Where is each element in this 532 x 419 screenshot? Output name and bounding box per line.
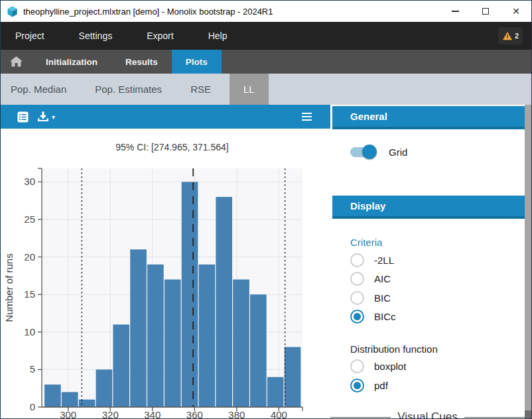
- grid-toggle-label: Grid: [389, 147, 407, 158]
- home-button[interactable]: [1, 50, 32, 74]
- sidebar-scrollbar[interactable]: [525, 105, 532, 419]
- distribution-option-label: boxplot: [374, 361, 406, 372]
- close-button[interactable]: ✕: [501, 1, 531, 22]
- radio-icon: [350, 359, 364, 373]
- svg-text:20: 20: [24, 251, 35, 263]
- warnings-button[interactable]: ! 2: [498, 27, 523, 44]
- svg-text:25: 25: [24, 213, 35, 225]
- legend-list-icon: [17, 111, 29, 123]
- general-section-title: General: [350, 111, 387, 122]
- criteria-option-label: BIC: [374, 292, 391, 304]
- tab-plots[interactable]: Plots: [172, 50, 222, 74]
- ll-histogram-chart[interactable]: 300320340360380400051015202530Number of …: [1, 129, 330, 419]
- plot-toolbar: ▾: [1, 105, 330, 129]
- radio-icon: [350, 272, 364, 286]
- divider: [330, 417, 391, 418]
- close-icon: ✕: [512, 6, 520, 17]
- content-area: ▾ 300320340360380400051015202530Number o…: [1, 105, 532, 419]
- menu-settings[interactable]: Settings: [79, 24, 113, 48]
- svg-text:5: 5: [30, 363, 35, 375]
- radio-selected-icon: [350, 379, 364, 392]
- distribution-radio-pdf[interactable]: pdf: [350, 379, 388, 392]
- grid-toggle-row: Grid: [350, 147, 407, 158]
- svg-text:300: 300: [60, 409, 76, 419]
- svg-text:30: 30: [24, 176, 35, 187]
- legend-button[interactable]: [17, 111, 29, 123]
- visual-cues-title: Visual Cues: [397, 410, 457, 419]
- warning-count: 2: [515, 32, 519, 40]
- distribution-option-label: pdf: [374, 380, 388, 391]
- svg-text:0: 0: [30, 401, 35, 412]
- title-bar: theophylline_project.mlxtran [demo] - Mo…: [1, 1, 531, 22]
- svg-text:Number of runs: Number of runs: [3, 253, 15, 322]
- criteria-radio-2ll[interactable]: -2LL: [350, 253, 394, 267]
- settings-sidebar: General Grid Display Criteria -2LL AIC B…: [330, 105, 525, 419]
- svg-text:!: !: [506, 33, 508, 40]
- criteria-group-label: Criteria: [350, 237, 382, 248]
- home-icon: [10, 56, 23, 67]
- menu-export[interactable]: Export: [147, 24, 173, 48]
- plot-area: 300320340360380400051015202530Number of …: [1, 129, 330, 419]
- plot-tab-bar: Pop. Median Pop. Estimates RSE LL: [1, 74, 531, 105]
- distribution-radio-boxplot[interactable]: boxplot: [350, 359, 406, 373]
- svg-text:10: 10: [24, 326, 35, 337]
- subtab-pop-estimates[interactable]: Pop. Estimates: [85, 74, 172, 105]
- tab-initialization[interactable]: Initialization: [32, 50, 111, 74]
- menu-bar: Project Settings Export Help ! 2: [1, 22, 531, 50]
- maximize-button[interactable]: [470, 1, 501, 22]
- subtab-rse[interactable]: RSE: [180, 74, 221, 105]
- app-window: theophylline_project.mlxtran [demo] - Mo…: [0, 0, 532, 419]
- radio-icon: [350, 291, 364, 305]
- svg-text:320: 320: [102, 409, 119, 419]
- warning-icon: !: [502, 31, 513, 40]
- monolix-app-icon: [7, 6, 18, 17]
- chevron-down-icon: ▾: [52, 113, 55, 121]
- subtab-pop-median[interactable]: Pop. Median: [1, 74, 76, 105]
- distribution-group-label: Distribution function: [350, 343, 438, 355]
- svg-text:340: 340: [144, 409, 161, 419]
- menu-project[interactable]: Project: [15, 24, 44, 48]
- svg-text:400: 400: [271, 409, 287, 419]
- window-title: theophylline_project.mlxtran [demo] - Mo…: [23, 7, 273, 17]
- maximize-icon: [482, 8, 489, 15]
- download-icon: [37, 111, 49, 122]
- criteria-option-label: BICc: [374, 311, 396, 322]
- display-section-header[interactable]: Display: [332, 196, 525, 219]
- export-plot-button[interactable]: ▾: [37, 111, 55, 122]
- general-section-header[interactable]: General: [332, 106, 525, 129]
- radio-icon: [350, 253, 364, 267]
- scrollbar-thumb[interactable]: [525, 105, 532, 410]
- visual-cues-section-header[interactable]: Visual Cues: [330, 410, 525, 419]
- radio-selected-icon: [350, 310, 364, 324]
- minimize-button[interactable]: [440, 1, 470, 22]
- subtab-ll[interactable]: LL: [230, 74, 269, 105]
- svg-text:15: 15: [24, 288, 35, 300]
- plot-settings-menu-button[interactable]: [302, 113, 312, 121]
- confidence-interval-title: 95% CI: [274.965, 371.564]: [42, 142, 302, 152]
- criteria-radio-aic[interactable]: AIC: [350, 272, 391, 286]
- menu-help[interactable]: Help: [208, 24, 228, 48]
- criteria-radio-bic[interactable]: BIC: [350, 291, 391, 305]
- divider: [464, 417, 525, 418]
- criteria-option-label: -2LL: [374, 255, 394, 266]
- plot-panel: ▾ 300320340360380400051015202530Number o…: [1, 105, 330, 419]
- grid-toggle[interactable]: [350, 147, 375, 157]
- display-section-title: Display: [350, 200, 385, 211]
- criteria-option-label: AIC: [374, 273, 391, 284]
- toggle-knob-icon: [362, 145, 377, 159]
- minimize-icon: [452, 11, 459, 12]
- svg-text:380: 380: [228, 409, 245, 419]
- svg-text:360: 360: [186, 409, 203, 419]
- criteria-radio-bicc[interactable]: BICc: [350, 310, 396, 324]
- main-tab-bar: Initialization Results Plots: [1, 50, 531, 74]
- tab-results[interactable]: Results: [111, 50, 172, 74]
